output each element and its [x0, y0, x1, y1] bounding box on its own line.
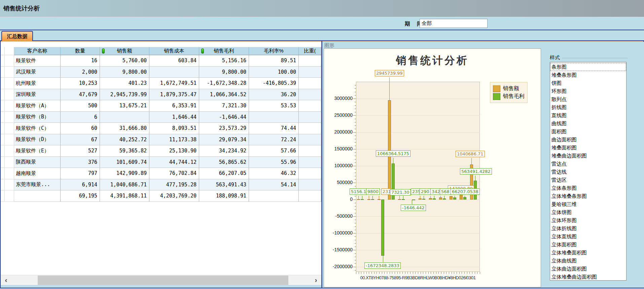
style-list-item[interactable]: 堆叠条形图: [550, 71, 626, 79]
style-list-item[interactable]: 饼图: [550, 79, 626, 87]
row-indicator: [1, 78, 5, 89]
table-row[interactable]: 69,1954,391,868.114,203,769.20188,098.91: [1, 190, 321, 202]
y-axis-minor-tick: [355, 247, 356, 247]
style-list-item[interactable]: 面积图: [550, 128, 626, 136]
column-header-7[interactable]: 比重(: [299, 47, 321, 55]
x-axis-tick: [457, 272, 457, 274]
scrollbar-thumb[interactable]: [38, 276, 288, 285]
style-list-item[interactable]: 立体饼图: [550, 208, 626, 216]
x-axis-tick: [356, 272, 356, 274]
style-list-item[interactable]: 折线图: [550, 103, 626, 111]
value-cell: 6,914: [61, 179, 100, 191]
bar-sales-顺景软件（A）: [398, 199, 401, 200]
value-cell: 6: [61, 112, 100, 123]
style-list-item[interactable]: 堆叠面积图: [550, 144, 626, 152]
value-cell: 36.20: [249, 89, 299, 101]
table-row[interactable]: 顺景软件（C）6031,666.808,093.5123,573.2974.44: [1, 123, 321, 134]
y-axis-minor-tick: [355, 95, 356, 96]
horizontal-scrollbar[interactable]: ‹ ›: [1, 275, 321, 285]
column-header-3[interactable]: 销售额: [100, 47, 149, 55]
y-axis-label: 500000: [329, 180, 353, 185]
style-list-item[interactable]: 立体条形图: [550, 184, 626, 192]
style-list-item[interactable]: 立体堆叠曲边面积图: [550, 273, 626, 281]
style-list-item[interactable]: 直线图: [550, 111, 626, 119]
value-cell: 101,609.74: [100, 157, 149, 168]
style-list-item[interactable]: 立体曲边面积图: [550, 265, 626, 273]
green-indicator-icon: [102, 48, 105, 53]
x-axis-tick: [475, 272, 475, 274]
column-header-label: 毛利率%: [264, 48, 283, 54]
style-list-item[interactable]: 曲线图: [550, 119, 626, 128]
table-row[interactable]: 顺景软件（D）6740,252.7211,173.3829,079.3472.2…: [1, 134, 321, 146]
label-leader-line: [403, 196, 403, 199]
row-indicator: [1, 190, 5, 202]
column-header-6[interactable]: 毛利率%: [249, 47, 299, 55]
y-axis-label: 2000000: [329, 129, 353, 135]
data-label: 5156.1: [350, 188, 368, 195]
style-list-item[interactable]: 立体环形图: [550, 216, 626, 224]
style-list-item[interactable]: 环形图: [550, 87, 626, 95]
column-header-5[interactable]: 销售毛利: [199, 47, 249, 55]
x-axis-tick: [454, 272, 454, 274]
style-list-item[interactable]: 立体面积图: [550, 241, 626, 249]
table-row[interactable]: 顺景软件（E）52759,365.8225,130.9034,234.9257.…: [1, 145, 321, 157]
style-list-item[interactable]: 立体堆叠条形图: [550, 192, 626, 200]
chart-style-listbox[interactable]: 条形图堆叠条形图饼图环形图散列点折线图直线图曲线图面积图曲边面积图堆叠面积图堆叠…: [550, 62, 627, 281]
bar-sales-顺景软件: [357, 199, 360, 200]
value-cell: -1,646.44: [199, 112, 249, 123]
style-list-item[interactable]: 曼哈顿三维: [550, 200, 626, 208]
y-axis-minor-tick: [355, 88, 356, 89]
label-leader-line: [461, 196, 461, 199]
data-label: -1672348.2833: [364, 262, 401, 269]
style-list-item[interactable]: 条形图: [550, 63, 626, 71]
style-list-item[interactable]: 散列点: [550, 95, 626, 103]
label-leader-line: [362, 196, 362, 199]
tab-summary-data[interactable]: 汇总数据: [1, 31, 33, 41]
style-list-item[interactable]: 曲边面积图: [550, 136, 626, 144]
style-list-item[interactable]: 立体直线图: [550, 232, 626, 241]
style-list-item[interactable]: 雷达点: [550, 160, 626, 168]
row-indicator: [5, 67, 14, 78]
value-cell: 100.00: [249, 67, 299, 78]
x-axis-tick: [361, 272, 361, 274]
table-row[interactable]: 深圳顺景47,6792,945,739.991,879,375.471,066,…: [1, 89, 321, 101]
column-header-label: 销售毛利: [214, 48, 234, 54]
column-header-2[interactable]: 数量: [61, 47, 100, 55]
y-axis-minor-tick: [355, 260, 356, 260]
y-gridline: [356, 99, 480, 99]
row-indicator: [1, 168, 5, 179]
summary-table-panel: 客户名称数量销售额销售成本销售毛利毛利率%比重(顺景软件165,760.0060…: [1, 42, 321, 285]
table-row[interactable]: 陕西顺景376101,609.7444,744.1256,865.6255.96: [1, 157, 321, 168]
value-cell: [299, 112, 321, 123]
column-header-4[interactable]: 销售成本: [149, 47, 199, 55]
table-row[interactable]: 顺景软件（B）61,646.44-1,646.44: [1, 112, 321, 123]
y-gridline: [356, 233, 480, 233]
table-row[interactable]: 顺景软件165,760.00603.845,156.1689.51: [1, 55, 321, 67]
x-axis-tick: [410, 272, 410, 274]
style-list-item[interactable]: 立体折线图: [550, 224, 626, 232]
value-cell: [100, 112, 149, 123]
style-list-item[interactable]: 雷达线: [550, 168, 626, 176]
y-axis-minor-tick: [355, 196, 356, 196]
period-input[interactable]: [420, 19, 488, 28]
table-row[interactable]: 顺景软件（A）50013,675.216,353.917,321.3053.53: [1, 100, 321, 112]
column-header-1[interactable]: 客户名称: [14, 47, 61, 55]
style-list-item[interactable]: 雷达区: [550, 176, 626, 184]
y-gridline: [356, 132, 480, 133]
table-row[interactable]: 武汉顺景2,0009,800.009,800.00100.00: [1, 67, 321, 78]
column-header-label: 客户名称: [27, 48, 47, 54]
y-axis-minor-tick: [355, 206, 356, 207]
style-list-item[interactable]: 立体曲线图: [550, 257, 626, 265]
table-row[interactable]: 越南顺景797142,909.8976,702.8466,207.0546.32: [1, 168, 321, 179]
scroll-right-arrow-icon[interactable]: ›: [312, 276, 320, 285]
y-axis-tick: [353, 250, 356, 250]
table-row[interactable]: 东莞市顺景...6,9141,040,686.71477,195.28563,4…: [1, 179, 321, 191]
row-indicator: [5, 112, 14, 123]
customer-name-cell: 东莞市顺景...: [14, 179, 61, 191]
table-row[interactable]: 杭州顺景10,253401.231,672,749.51-1,672,348.2…: [1, 78, 321, 89]
customer-name-cell: 顺景软件（D）: [14, 134, 61, 146]
style-list-item[interactable]: 堆叠曲边面积图: [550, 152, 626, 160]
style-list-item[interactable]: 立体堆叠面积图: [550, 249, 626, 257]
y-gridline: [356, 115, 480, 116]
scroll-left-arrow-icon[interactable]: ‹: [2, 276, 10, 285]
